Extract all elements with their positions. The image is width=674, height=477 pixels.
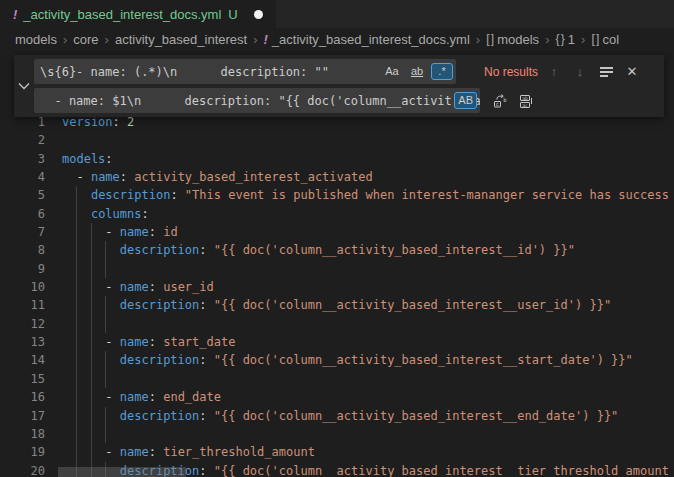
code-line[interactable]: 8 description: "{{ doc('column__activity… [0, 241, 674, 259]
code-line[interactable]: 13 - name: start_date [0, 333, 674, 351]
breadcrumb-label: _activity_based_interest_docs.yml [272, 32, 470, 47]
breadcrumb-separator: › [63, 32, 67, 47]
breadcrumb-separator: › [476, 32, 480, 47]
indent-guide [91, 278, 92, 296]
replace-input-value: - name: $1\n description: "{{ doc('colum… [34, 94, 480, 108]
horizontal-scrollbar[interactable] [58, 467, 186, 477]
previous-match-button[interactable]: ↑ [544, 62, 564, 82]
yaml-problem-icon: ! [264, 32, 268, 47]
line-number: 9 [0, 260, 62, 278]
find-input[interactable]: \s{6}- name: (.*)\n description: "" Aa a… [34, 59, 456, 84]
tab-activity-based-interest-docs[interactable]: ! _activity_based_interest_docs.yml U [0, 0, 276, 28]
code-line[interactable]: 9 [0, 260, 674, 278]
line-number: 8 [0, 241, 62, 259]
replace-input[interactable]: - name: $1\n description: "{{ doc('colum… [34, 88, 480, 113]
indent-guide [91, 333, 92, 351]
indent-guide [76, 278, 77, 296]
next-match-button[interactable]: ↓ [570, 62, 590, 82]
line-number: 3 [0, 150, 62, 168]
indent-guide [105, 296, 106, 314]
line-number: 20 [0, 462, 62, 477]
code-line[interactable]: 15 [0, 370, 674, 388]
indent-guide [91, 351, 92, 369]
selection-icon [600, 67, 613, 77]
find-row: \s{6}- name: (.*)\n description: "" Aa a… [34, 59, 660, 84]
line-number: 11 [0, 296, 62, 314]
breadcrumb-label: activity_based_interest [115, 32, 247, 47]
indent-guide [76, 425, 77, 443]
code-line[interactable]: 7 - name: id [0, 223, 674, 241]
indent-guide [76, 205, 77, 223]
indent-guide [76, 260, 77, 278]
breadcrumb-item-activity_based_interest[interactable]: activity_based_interest [115, 32, 247, 47]
indent-guide [76, 407, 77, 425]
indent-guide [105, 425, 106, 443]
replace-all-button[interactable]: ab ac [516, 91, 536, 111]
match-case-button[interactable]: Aa [381, 63, 403, 80]
breadcrumb-item-col[interactable]: [ ]col [591, 32, 619, 47]
code-line[interactable]: 5 description: "This event is published … [0, 186, 674, 204]
breadcrumb-separator: › [253, 32, 257, 47]
code-line[interactable]: 10 - name: user_id [0, 278, 674, 296]
breadcrumb-item-models[interactable]: [ ]models [486, 32, 539, 47]
breadcrumb-item-_activity_based_interest_docs.yml[interactable]: !_activity_based_interest_docs.yml [264, 32, 470, 47]
code-line[interactable]: 11 description: "{{ doc('column__activit… [0, 296, 674, 314]
breadcrumb-item-models[interactable]: models [15, 32, 57, 47]
line-number: 10 [0, 278, 62, 296]
indent-guide [105, 241, 106, 259]
indent-guide [76, 388, 77, 406]
indent-guide [76, 296, 77, 314]
close-button[interactable]: ✕ [622, 62, 642, 82]
code-line[interactable]: 4 - name: activity_based_interest_activa… [0, 168, 674, 186]
toggle-replace-button[interactable] [14, 59, 34, 113]
code-line[interactable]: 18 [0, 425, 674, 443]
line-number: 12 [0, 315, 62, 333]
preserve-case-button[interactable]: AB [454, 92, 477, 109]
find-in-selection-button[interactable] [596, 62, 616, 82]
breadcrumb-item-core[interactable]: core [73, 32, 98, 47]
indent-guide [91, 296, 92, 314]
indent-guide [76, 223, 77, 241]
git-untracked-badge: U [228, 7, 237, 22]
tab-filename: _activity_based_interest_docs.yml [23, 7, 221, 22]
modified-dot-icon[interactable] [254, 10, 263, 19]
code-line[interactable]: 3models: [0, 150, 674, 168]
whole-word-button[interactable]: ab [406, 63, 428, 80]
vscode-window: ! _activity_based_interest_docs.yml U mo… [0, 0, 674, 477]
symbol-icon: { } [555, 32, 563, 46]
indent-guide [105, 370, 106, 388]
indent-guide [91, 425, 92, 443]
svg-text:b: b [503, 96, 506, 102]
code-line[interactable]: 6 columns: [0, 205, 674, 223]
line-number: 5 [0, 186, 62, 204]
code-line[interactable]: 12 [0, 315, 674, 333]
find-replace-widget: \s{6}- name: (.*)\n description: "" Aa a… [14, 55, 664, 117]
indent-guide [105, 260, 106, 278]
line-number: 17 [0, 407, 62, 425]
breadcrumb-separator: › [105, 32, 109, 47]
code-line[interactable]: 2 [0, 131, 674, 149]
tab-bar: ! _activity_based_interest_docs.yml U [0, 0, 674, 28]
svg-text:ac: ac [522, 102, 528, 107]
breadcrumb: models›core›activity_based_interest›!_ac… [0, 28, 674, 50]
breadcrumb-item-1[interactable]: { }1 [555, 32, 575, 47]
regex-button[interactable]: .* [431, 63, 453, 80]
line-number: 14 [0, 351, 62, 369]
indent-guide [105, 315, 106, 333]
chevron-down-icon [16, 78, 32, 94]
code-line[interactable]: 19 - name: tier_threshold_amount [0, 443, 674, 461]
indent-guide [76, 443, 77, 461]
code-line[interactable]: 17 description: "{{ doc('column__activit… [0, 407, 674, 425]
replace-all-icon: ab ac [518, 93, 534, 109]
code-line[interactable]: 16 - name: end_date [0, 388, 674, 406]
indent-guide [76, 370, 77, 388]
indent-guide [91, 315, 92, 333]
svg-text:c: c [496, 101, 499, 107]
replace-button[interactable]: c b [490, 91, 510, 111]
find-options: Aa ab .* [378, 59, 453, 84]
code-line[interactable]: 14 description: "{{ doc('column__activit… [0, 351, 674, 369]
breadcrumb-label: 1 [568, 32, 575, 47]
indent-guide [76, 241, 77, 259]
breadcrumb-label: core [73, 32, 98, 47]
editor[interactable]: 1version: 223models:4 - name: activity_b… [0, 50, 674, 477]
